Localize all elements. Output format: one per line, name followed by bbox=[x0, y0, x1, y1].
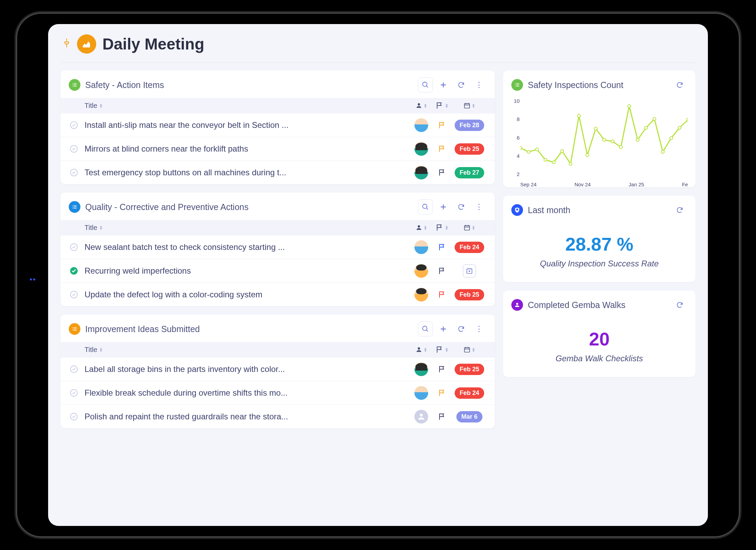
sort-icon[interactable]: ▲▼ bbox=[472, 347, 475, 352]
sort-icon[interactable]: ▲▼ bbox=[445, 103, 448, 108]
avatar[interactable] bbox=[411, 166, 432, 179]
avatar[interactable] bbox=[411, 362, 432, 376]
flag-icon[interactable] bbox=[432, 389, 452, 397]
add-button[interactable] bbox=[436, 77, 451, 92]
table-row[interactable]: Flexible break schedule during overtime … bbox=[60, 381, 495, 405]
sort-icon[interactable]: ▲▼ bbox=[445, 347, 448, 352]
sort-icon[interactable]: ▲▼ bbox=[99, 225, 103, 230]
add-button[interactable] bbox=[436, 199, 451, 214]
due-date[interactable]: Feb 28 bbox=[452, 120, 487, 131]
check-icon[interactable] bbox=[69, 242, 79, 252]
flag-icon[interactable] bbox=[432, 121, 452, 129]
x-tick: Jan 25 bbox=[629, 182, 644, 187]
card-tools: ⋮ bbox=[418, 321, 487, 337]
refresh-button[interactable] bbox=[672, 202, 687, 218]
more-button[interactable]: ⋮ bbox=[471, 77, 487, 92]
col-assignee[interactable]: ▲▼ bbox=[411, 102, 432, 109]
avatar[interactable] bbox=[411, 386, 432, 400]
search-button[interactable] bbox=[418, 199, 433, 214]
col-flag[interactable]: ▲▼ bbox=[432, 223, 452, 232]
pin-icon[interactable] bbox=[63, 38, 71, 51]
col-assignee[interactable]: ▲▼ bbox=[411, 224, 432, 231]
col-flag[interactable]: ▲▼ bbox=[432, 345, 452, 354]
due-date[interactable]: Feb 24 bbox=[452, 387, 487, 399]
table-row[interactable]: Label all storage bins in the parts inve… bbox=[60, 357, 495, 381]
col-title[interactable]: Title▲▼ bbox=[69, 102, 411, 110]
refresh-button[interactable] bbox=[672, 77, 687, 92]
refresh-button[interactable] bbox=[454, 199, 469, 214]
check-icon[interactable] bbox=[69, 289, 79, 300]
more-button[interactable]: ⋮ bbox=[471, 199, 487, 214]
flag-icon[interactable] bbox=[432, 145, 452, 153]
svg-point-11 bbox=[423, 326, 427, 331]
svg-point-28 bbox=[620, 145, 622, 148]
more-button[interactable]: ⋮ bbox=[471, 321, 487, 337]
sort-icon[interactable]: ▲▼ bbox=[472, 103, 475, 108]
col-flag[interactable]: ▲▼ bbox=[432, 101, 452, 110]
sort-icon[interactable]: ▲▼ bbox=[424, 347, 427, 352]
avatar[interactable] bbox=[411, 118, 432, 132]
due-date[interactable]: Mar 6 bbox=[452, 411, 487, 422]
sort-icon[interactable]: ▲▼ bbox=[445, 225, 448, 230]
due-date[interactable]: Feb 27 bbox=[452, 167, 487, 178]
search-button[interactable] bbox=[418, 77, 433, 92]
avatar[interactable] bbox=[411, 264, 432, 278]
table-row[interactable]: Install anti-slip mats near the conveyor… bbox=[60, 113, 495, 137]
svg-point-35 bbox=[678, 126, 681, 129]
col-title[interactable]: Title▲▼ bbox=[69, 224, 411, 232]
table-row[interactable]: Mirrors at blind corners near the forkli… bbox=[60, 137, 495, 161]
col-date[interactable]: ▲▼ bbox=[452, 102, 487, 109]
table-row[interactable]: Update the defect log with a color-codin… bbox=[60, 283, 495, 306]
flag-icon[interactable] bbox=[432, 243, 452, 251]
refresh-button[interactable] bbox=[672, 297, 687, 312]
svg-point-0 bbox=[423, 82, 427, 87]
col-title[interactable]: Title▲▼ bbox=[69, 346, 411, 354]
due-date[interactable]: Feb 25 bbox=[452, 289, 487, 300]
flag-icon[interactable] bbox=[432, 168, 452, 177]
sort-icon[interactable]: ▲▼ bbox=[424, 103, 427, 108]
card-title: Safety - Action Items bbox=[85, 80, 413, 90]
flag-icon[interactable] bbox=[432, 412, 452, 421]
due-date[interactable]: Feb 25 bbox=[452, 143, 487, 155]
add-date-button[interactable] bbox=[463, 264, 476, 277]
page-header: Daily Meeting bbox=[48, 24, 708, 63]
check-icon[interactable] bbox=[69, 266, 79, 276]
card-header: Safety - Action Items ⋮ bbox=[60, 70, 495, 98]
search-button[interactable] bbox=[418, 321, 433, 337]
table-row[interactable]: Recurring weld imperfections bbox=[60, 259, 495, 283]
check-icon[interactable] bbox=[69, 388, 79, 398]
due-date[interactable] bbox=[452, 264, 487, 277]
due-date[interactable]: Feb 24 bbox=[452, 242, 487, 253]
col-date[interactable]: ▲▼ bbox=[452, 224, 487, 231]
check-icon[interactable] bbox=[69, 364, 79, 374]
svg-point-23 bbox=[578, 114, 580, 117]
check-icon[interactable] bbox=[69, 167, 79, 178]
row-title: New sealant batch test to check consiste… bbox=[85, 242, 411, 252]
table-row[interactable]: New sealant batch test to check consiste… bbox=[60, 235, 495, 259]
flag-icon[interactable] bbox=[432, 290, 452, 299]
sort-icon[interactable]: ▲▼ bbox=[424, 225, 427, 230]
due-date[interactable]: Feb 25 bbox=[452, 364, 487, 375]
flag-icon[interactable] bbox=[432, 365, 452, 373]
check-icon[interactable] bbox=[69, 144, 79, 154]
col-date[interactable]: ▲▼ bbox=[452, 346, 487, 353]
avatar[interactable] bbox=[411, 240, 432, 254]
sort-icon[interactable]: ▲▼ bbox=[99, 103, 103, 108]
refresh-button[interactable] bbox=[454, 77, 469, 92]
flag-icon[interactable] bbox=[432, 267, 452, 275]
table-row[interactable]: Polish and repaint the rusted guardrails… bbox=[60, 405, 495, 428]
table-row[interactable]: Test emergency stop buttons on all machi… bbox=[60, 161, 495, 184]
check-icon[interactable] bbox=[69, 411, 79, 422]
sort-icon[interactable]: ▲▼ bbox=[99, 347, 103, 352]
col-assignee[interactable]: ▲▼ bbox=[411, 346, 432, 353]
avatar[interactable] bbox=[411, 142, 432, 156]
date-pill: Feb 25 bbox=[455, 364, 484, 375]
refresh-button[interactable] bbox=[454, 321, 469, 337]
sort-icon[interactable]: ▲▼ bbox=[472, 225, 475, 230]
card-header: Last month bbox=[503, 196, 696, 223]
avatar[interactable] bbox=[411, 288, 432, 301]
avatar[interactable] bbox=[411, 410, 432, 424]
check-icon[interactable] bbox=[69, 120, 79, 130]
card-tools: ⋮ bbox=[418, 77, 487, 92]
add-button[interactable] bbox=[436, 321, 451, 337]
